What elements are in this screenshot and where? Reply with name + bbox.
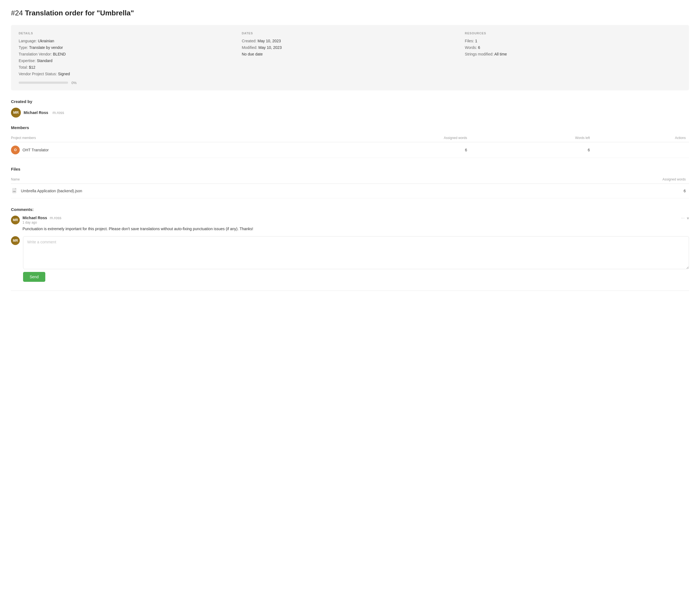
comment-more-icon[interactable]: ··· bbox=[681, 216, 685, 220]
details-label: DETAILS bbox=[19, 31, 235, 35]
vendor-label: Translation Vendor: bbox=[19, 52, 52, 56]
type-label: Type: bbox=[19, 45, 28, 50]
progress-bar-bg bbox=[19, 82, 68, 84]
comment-time: 1 day ago bbox=[22, 220, 678, 224]
resources-column: RESOURCES Files: 1 Words: 6 Strings modi… bbox=[465, 31, 681, 85]
member-name: OHT Translator bbox=[22, 148, 48, 152]
created-by-section: Created by MR Michael Ross m.ross bbox=[11, 99, 689, 117]
svg-rect-1 bbox=[15, 188, 16, 189]
svg-text:JSON: JSON bbox=[13, 191, 16, 192]
type-row: Type: Translate by vendor bbox=[19, 45, 235, 50]
vendor-status-value: Signed bbox=[58, 72, 70, 76]
comments-title: Comments: bbox=[11, 207, 689, 212]
commenter-name: Michael Ross bbox=[22, 216, 47, 220]
comment-input-area: Send bbox=[23, 236, 689, 282]
progress-label: 0% bbox=[72, 81, 77, 85]
words-label: Words: bbox=[465, 45, 477, 50]
members-table: Project members Assigned words Words lef… bbox=[11, 134, 689, 158]
members-title: Members bbox=[11, 125, 689, 130]
member-words-left: 6 bbox=[470, 142, 593, 158]
actions-col-header: Actions bbox=[593, 134, 689, 142]
files-label: Files: bbox=[465, 39, 474, 43]
assigned-words-col-header: Assigned words bbox=[290, 134, 470, 142]
members-table-head: Project members Assigned words Words lef… bbox=[11, 134, 689, 142]
files-table-head: Name Assigned words bbox=[11, 175, 689, 184]
vendor-value: BLEND bbox=[53, 52, 66, 56]
file-name-col-header: Name bbox=[11, 175, 511, 184]
comment-header: MR Michael Ross m.ross 1 day ago Punctua… bbox=[11, 216, 689, 232]
total-row: Total: $12 bbox=[19, 65, 235, 70]
created-label: Created: bbox=[242, 39, 257, 43]
words-row: Words: 6 bbox=[465, 45, 681, 50]
language-label: Language: bbox=[19, 39, 37, 43]
created-value: May 10, 2023 bbox=[257, 39, 281, 43]
creator-handle: m.ross bbox=[52, 110, 64, 115]
table-row: JSON Umbrella Application (backend).json… bbox=[11, 184, 689, 198]
dates-label: DATES bbox=[242, 31, 458, 35]
member-actions bbox=[593, 142, 689, 158]
vendor-row: Translation Vendor: BLEND bbox=[19, 52, 235, 56]
due-date-row: No due date bbox=[242, 52, 458, 56]
files-title: Files bbox=[11, 167, 689, 171]
strings-value: All time bbox=[494, 52, 507, 56]
modified-label: Modified: bbox=[242, 45, 257, 50]
vendor-status-row: Vendor Project Status: Signed bbox=[19, 72, 235, 76]
comment-textarea[interactable] bbox=[23, 236, 689, 269]
members-table-header-row: Project members Assigned words Words lef… bbox=[11, 134, 689, 142]
modified-value: May 10, 2023 bbox=[258, 45, 282, 50]
current-user-initials: MR bbox=[13, 239, 18, 242]
member-assigned-words: 6 bbox=[290, 142, 470, 158]
comment-user-line: Michael Ross m.ross bbox=[22, 216, 678, 220]
write-comment-row: MR Send bbox=[11, 236, 689, 282]
send-button[interactable]: Send bbox=[23, 272, 45, 282]
file-assigned-words-col-header: Assigned words bbox=[511, 175, 689, 184]
created-by-user-row: MR Michael Ross m.ross bbox=[11, 108, 689, 117]
comment-block: MR Michael Ross m.ross 1 day ago Punctua… bbox=[11, 216, 689, 232]
comment-expand-icon[interactable]: ▾ bbox=[687, 216, 689, 221]
page-divider bbox=[11, 291, 689, 291]
comments-section: Comments: MR Michael Ross m.ross 1 day a… bbox=[11, 207, 689, 282]
total-value: $12 bbox=[29, 65, 35, 70]
files-table-body: JSON Umbrella Application (backend).json… bbox=[11, 184, 689, 198]
creator-name: Michael Ross bbox=[24, 110, 48, 115]
progress-container: 0% bbox=[19, 80, 235, 85]
dates-column: DATES Created: May 10, 2023 Modified: Ma… bbox=[242, 31, 458, 85]
resources-label: RESOURCES bbox=[465, 31, 681, 35]
files-table: Name Assigned words JSON Umbrella Applic… bbox=[11, 175, 689, 198]
commenter-handle: m.ross bbox=[50, 216, 61, 220]
order-title: Translation order for "Umbrella" bbox=[25, 9, 134, 17]
comment-meta: Michael Ross m.ross 1 day ago Punctuatio… bbox=[22, 216, 678, 232]
language-row: Language: Ukrainian bbox=[19, 39, 235, 43]
json-file-icon: JSON bbox=[11, 187, 19, 195]
comments-list: MR Michael Ross m.ross 1 day ago Punctua… bbox=[11, 216, 689, 232]
strings-label: Strings modified: bbox=[465, 52, 493, 56]
created-row: Created: May 10, 2023 bbox=[242, 39, 458, 43]
creator-avatar: MR bbox=[11, 108, 21, 117]
member-avatar: O bbox=[11, 145, 20, 155]
members-table-body: O OHT Translator 6 6 bbox=[11, 142, 689, 158]
files-section: Files Name Assigned words JSON bbox=[11, 167, 689, 198]
files-row: Files: 1 bbox=[465, 39, 681, 43]
file-assigned-words: 6 bbox=[511, 184, 689, 198]
commenter-initials: MR bbox=[13, 218, 18, 222]
expertise-label: Expertise: bbox=[19, 59, 36, 63]
table-row: O OHT Translator 6 6 bbox=[11, 142, 689, 158]
members-section: Members Project members Assigned words W… bbox=[11, 125, 689, 158]
member-name-cell: O OHT Translator bbox=[11, 142, 290, 158]
type-value: Translate by vendor bbox=[29, 45, 63, 50]
vendor-status-label: Vendor Project Status: bbox=[19, 72, 57, 76]
expertise-row: Expertise: Standard bbox=[19, 59, 235, 63]
created-by-title: Created by bbox=[11, 99, 689, 104]
files-value: 1 bbox=[475, 39, 477, 43]
language-value: Ukrainian bbox=[38, 39, 54, 43]
comment-text: Punctuation is extremely important for t… bbox=[22, 226, 678, 232]
commenter-avatar: MR bbox=[11, 216, 20, 224]
comment-actions: ··· ▾ bbox=[681, 216, 689, 221]
file-name[interactable]: Umbrella Application (backend).json bbox=[21, 189, 82, 193]
details-column: DETAILS Language: Ukrainian Type: Transl… bbox=[19, 31, 235, 85]
words-value: 6 bbox=[478, 45, 480, 50]
member-initial: O bbox=[14, 148, 16, 152]
total-label: Total: bbox=[19, 65, 28, 70]
current-user-avatar: MR bbox=[11, 236, 20, 245]
members-col-header: Project members bbox=[11, 134, 290, 142]
